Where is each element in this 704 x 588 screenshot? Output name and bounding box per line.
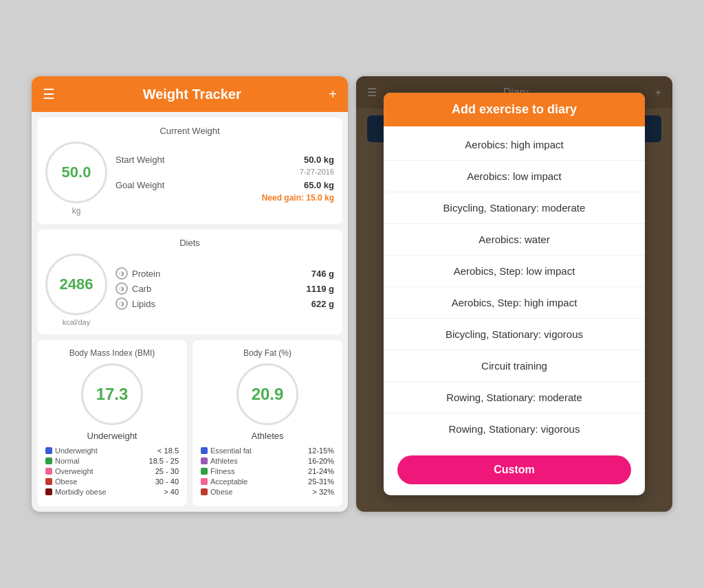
lipids-label: Lipids (132, 299, 155, 309)
body-fat-legend: Essential fat 12-15% Athletes 16-20% (201, 446, 334, 496)
obese-fat-dot (201, 488, 208, 495)
protein-label: Protein (132, 269, 160, 279)
morbidly-obese-range: > 40 (164, 488, 179, 496)
goal-weight-label: Goal Weight (116, 180, 164, 190)
normal-label: Normal (55, 457, 79, 465)
app-title: Weight Tracker (143, 87, 241, 102)
carb-icon: ◑ (116, 282, 128, 295)
overweight-label: Overweight (55, 467, 94, 475)
current-weight-card: Current Weight 50.0 kg Start Weight 50.0… (37, 117, 342, 224)
essential-range: 12-15% (308, 446, 334, 455)
fitness-label: Fitness (210, 467, 234, 475)
exercise-bicycling-moderate[interactable]: Bicycling, Stationary: moderate (384, 192, 645, 224)
custom-button[interactable]: Custom (397, 455, 631, 484)
modal-title: Add exercise to diary (384, 93, 645, 126)
kcal-unit: kcal/day (45, 318, 107, 326)
obese-fat-label: Obese (210, 488, 232, 496)
exercise-step-high[interactable]: Aerobics, Step: high impact (384, 287, 645, 319)
carb-row: ◑ Carb 1119 g (116, 282, 334, 295)
acceptable-range: 25-31% (308, 477, 334, 486)
overweight-dot (45, 468, 52, 475)
legend-athletes: Athletes 16-20% (201, 457, 334, 465)
obese-fat-range: > 32% (313, 488, 335, 496)
underweight-dot (45, 447, 52, 454)
goal-weight-value: 65.0 kg (304, 180, 334, 190)
kcal-value: 2486 (60, 275, 94, 293)
lipids-value: 622 g (311, 299, 334, 309)
exercise-bicycling-vigorous[interactable]: Bicycling, Stationary: vigorous (384, 319, 645, 350)
overweight-range: 25 - 30 (155, 467, 179, 475)
diets-card: Diets 2486 kcal/day ◑ Protein 746 g (37, 229, 342, 335)
start-weight-value: 50.0 kg (304, 155, 334, 165)
diet-items: ◑ Protein 746 g ◑ Carb 1119 g (116, 267, 334, 313)
normal-dot (45, 457, 52, 464)
exercise-aerobics-water[interactable]: Aerobics: water (384, 224, 645, 256)
app-header: ☰ Weight Tracker + (32, 76, 348, 112)
underweight-range: < 18.5 (157, 446, 179, 455)
add-exercise-modal: Add exercise to diary Aerobics: high imp… (384, 93, 645, 495)
essential-label: Essential fat (210, 446, 252, 455)
morbidly-obese-label: Morbidly obese (55, 488, 107, 496)
bmi-circle: 17.3 (81, 363, 143, 425)
menu-icon[interactable]: ☰ (43, 86, 55, 102)
morbidly-obese-dot (45, 488, 52, 495)
weight-value: 50.0 (62, 163, 91, 181)
obese-range: 30 - 40 (155, 477, 179, 486)
carb-value: 1119 g (307, 284, 334, 294)
essential-dot (201, 447, 208, 454)
legend-morbidly-obese: Morbidly obese > 40 (45, 488, 179, 496)
lipids-icon: ◑ (116, 297, 128, 310)
legend-acceptable: Acceptable 25-31% (201, 477, 334, 486)
body-fat-title: Body Fat (%) (201, 348, 334, 358)
exercise-aerobics-high[interactable]: Aerobics: high impact (384, 129, 645, 161)
acceptable-label: Acceptable (210, 477, 248, 486)
athletes-label: Athletes (210, 457, 238, 465)
exercise-step-low[interactable]: Aerobics, Step: low impact (384, 256, 645, 287)
exercise-rowing-vigorous[interactable]: Rowing, Stationary: vigorous (384, 414, 645, 444)
legend-normal: Normal 18.5 - 25 (45, 457, 179, 465)
bmi-title: Body Mass Index (BMI) (45, 348, 179, 358)
athletes-dot (201, 457, 208, 464)
bmi-legend: Underweight < 18.5 Normal 18.5 - 25 (45, 446, 179, 496)
exercise-rowing-moderate[interactable]: Rowing, Stationary: moderate (384, 382, 645, 414)
legend-underweight: Underweight < 18.5 (45, 446, 179, 455)
protein-value: 746 g (311, 269, 334, 279)
fitness-dot (201, 468, 208, 475)
weight-details: Start Weight 50.0 kg 7-27-2016 Goal Weig… (116, 155, 334, 203)
fitness-range: 21-24% (308, 467, 334, 475)
exercise-circuit[interactable]: Circuit training (384, 350, 645, 382)
legend-essential: Essential fat 12-15% (201, 446, 334, 455)
exercise-list: Aerobics: high impact Aerobics: low impa… (384, 126, 645, 447)
protein-row: ◑ Protein 746 g (116, 267, 334, 280)
bmi-bodyfat-row: Body Mass Index (BMI) 17.3 Underweight U… (37, 340, 342, 506)
legend-obese: Obese 30 - 40 (45, 477, 179, 486)
diary-screen: ☰ Diary + 📅 7-27-2016 Add exercise to di… (356, 76, 672, 512)
legend-fitness: Fitness 21-24% (201, 467, 334, 475)
normal-range: 18.5 - 25 (149, 457, 179, 465)
weight-unit: kg (45, 206, 107, 216)
need-gain-text: Need gain: 15.0 kg (116, 193, 334, 203)
body-fat-circle: 20.9 (236, 363, 298, 425)
diets-title: Diets (45, 238, 334, 248)
weight-tracker-screen: ☰ Weight Tracker + Current Weight 50.0 k… (32, 76, 348, 512)
lipids-row: ◑ Lipids 622 g (116, 297, 334, 310)
bmi-card: Body Mass Index (BMI) 17.3 Underweight U… (37, 340, 187, 506)
acceptable-dot (201, 478, 208, 485)
body-fat-card: Body Fat (%) 20.9 Athletes Essential fat… (192, 340, 342, 506)
kcal-gauge: 2486 (45, 253, 107, 315)
bmi-status: Underweight (45, 431, 179, 441)
obese-dot (45, 478, 52, 485)
start-weight-label: Start Weight (116, 155, 164, 165)
add-icon[interactable]: + (329, 87, 337, 102)
protein-icon: ◑ (116, 267, 128, 280)
start-weight-date: 7-27-2016 (116, 168, 334, 176)
exercise-aerobics-low[interactable]: Aerobics: low impact (384, 161, 645, 192)
athletes-range: 16-20% (308, 457, 334, 465)
body-fat-value: 20.9 (252, 385, 284, 404)
obese-label: Obese (55, 477, 77, 486)
legend-overweight: Overweight 25 - 30 (45, 467, 179, 475)
bmi-value: 17.3 (96, 385, 129, 404)
weight-gauge: 50.0 (45, 142, 107, 203)
modal-overlay[interactable]: Add exercise to diary Aerobics: high imp… (356, 76, 672, 512)
current-weight-title: Current Weight (45, 126, 334, 136)
